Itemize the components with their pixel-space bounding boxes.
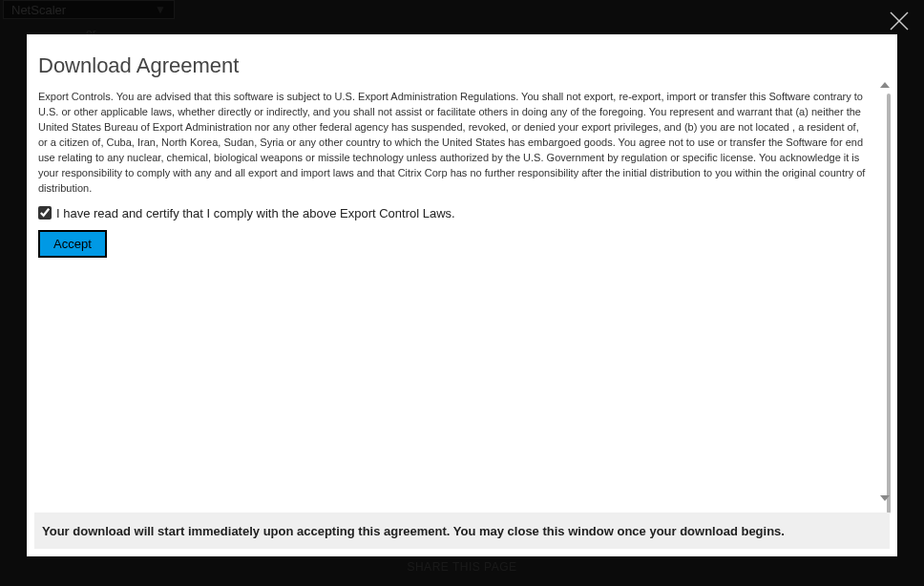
accept-button[interactable]: Accept	[38, 230, 107, 258]
modal-title: Download Agreement	[38, 53, 867, 78]
modal-footer: Your download will start immediately upo…	[34, 513, 890, 549]
agreement-text: Export Controls. You are advised that th…	[38, 90, 867, 197]
download-agreement-modal: Download Agreement Export Controls. You …	[27, 34, 897, 556]
modal-body: Download Agreement Export Controls. You …	[27, 34, 897, 507]
close-button[interactable]	[888, 10, 911, 32]
certify-checkbox-row[interactable]: I have read and certify that I comply wi…	[38, 206, 867, 220]
scrollbar-thumb[interactable]	[887, 94, 891, 513]
scroll-down-arrow-icon[interactable]	[880, 495, 890, 501]
certify-checkbox[interactable]	[38, 206, 52, 220]
close-icon	[888, 10, 911, 32]
footer-text: Your download will start immediately upo…	[42, 524, 785, 538]
scroll-up-arrow-icon[interactable]	[880, 82, 890, 88]
certify-checkbox-label: I have read and certify that I comply wi…	[56, 206, 455, 220]
